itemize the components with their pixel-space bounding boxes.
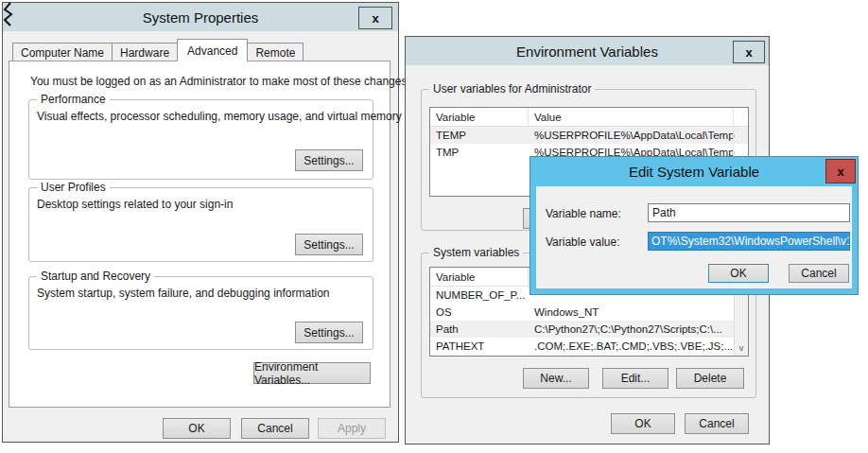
close-icon[interactable]: x	[733, 41, 765, 63]
table-row[interactable]: Path C:\Python27\;C:\Python27\Scripts;C:…	[430, 321, 748, 338]
advanced-tab-panel: You must be logged on as an Administrato…	[9, 61, 391, 408]
edit-system-variable-titlebar[interactable]: Edit System Variable	[530, 157, 858, 186]
variable-value-field[interactable]: OT%\System32\WindowsPowerShell\v1.0\	[648, 232, 850, 251]
cancel-button[interactable]: Cancel	[241, 418, 309, 439]
user-profiles-group-label: User Profiles	[37, 181, 110, 194]
admin-note: You must be logged on as an Administrato…	[30, 75, 410, 88]
user-variables-group-label: User variables for Administrator	[429, 82, 595, 96]
ok-button[interactable]: OK	[163, 418, 231, 439]
cursor-artifact	[2, 1, 15, 27]
close-icon[interactable]: x	[825, 159, 856, 183]
startup-recovery-group: Startup and Recovery System startup, sys…	[28, 276, 373, 350]
variable-name-field[interactable]: Path	[648, 203, 850, 222]
scroll-down-icon[interactable]: v	[735, 340, 748, 356]
performance-desc: Visual effects, processor scheduling, me…	[37, 110, 402, 123]
apply-button: Apply	[318, 418, 386, 439]
startup-recovery-settings-button[interactable]: Settings...	[295, 322, 363, 343]
system-new-button[interactable]: New...	[523, 368, 589, 389]
system-properties-dialog: System Properties x Computer Name Hardwa…	[2, 2, 399, 443]
close-icon[interactable]: x	[358, 7, 392, 29]
user-profiles-desc: Desktop settings related to your sign-in	[37, 198, 233, 211]
performance-settings-button[interactable]: Settings...	[295, 149, 363, 171]
user-profiles-group: User Profiles Desktop settings related t…	[28, 187, 373, 262]
startup-recovery-desc: System startup, system failure, and debu…	[37, 287, 330, 300]
edit-system-variable-dialog: Edit System Variable x Variable name: Pa…	[529, 156, 859, 295]
variable-value-label: Variable value:	[546, 235, 620, 249]
environment-variables-title: Environment Variables	[516, 44, 658, 60]
table-row[interactable]: TEMP %USERPROFILE%\AppData\Local\Temp	[430, 127, 748, 144]
environment-variables-titlebar[interactable]: Environment Variables x	[406, 37, 769, 65]
tab-hardware[interactable]: Hardware	[112, 43, 178, 61]
edit-system-variable-title: Edit System Variable	[629, 164, 759, 180]
ok-button[interactable]: OK	[708, 264, 769, 283]
system-properties-tabs: Computer Name Hardware Advanced Remote	[12, 39, 303, 61]
tab-advanced[interactable]: Advanced	[177, 39, 248, 61]
system-variables-group-label: System variables	[429, 246, 523, 259]
startup-recovery-group-label: Startup and Recovery	[37, 270, 154, 283]
environment-variables-button[interactable]: Environment Variables...	[253, 362, 371, 384]
performance-group: Performance Visual effects, processor sc…	[28, 99, 373, 180]
cancel-button[interactable]: Cancel	[685, 413, 749, 434]
user-profiles-settings-button[interactable]: Settings...	[295, 234, 363, 255]
system-edit-button[interactable]: Edit...	[602, 368, 668, 389]
col-variable: Variable	[430, 268, 529, 286]
variable-name-label: Variable name:	[546, 207, 621, 220]
edit-system-variable-body: Variable name: Path Variable value: OT%\…	[536, 186, 852, 288]
performance-group-label: Performance	[37, 93, 110, 106]
system-delete-button[interactable]: Delete	[676, 368, 744, 389]
cancel-button[interactable]: Cancel	[789, 264, 849, 283]
system-properties-titlebar[interactable]: System Properties x	[3, 3, 398, 31]
col-value: Value	[529, 108, 748, 126]
table-row[interactable]: PATHEXT .COM;.EXE;.BAT;.CMD;.VBS;.VBE;.J…	[430, 338, 748, 355]
table-row[interactable]: OS Windows_NT	[430, 304, 748, 321]
selected-text: OT%\System32\WindowsPowerShell\v1.0\	[649, 233, 849, 250]
col-variable: Variable	[430, 108, 529, 126]
user-variables-header: Variable Value	[430, 108, 748, 127]
system-properties-title: System Properties	[143, 9, 259, 26]
tab-computer-name[interactable]: Computer Name	[12, 43, 113, 61]
tab-remote[interactable]: Remote	[247, 43, 304, 61]
ok-button[interactable]: OK	[611, 413, 675, 434]
